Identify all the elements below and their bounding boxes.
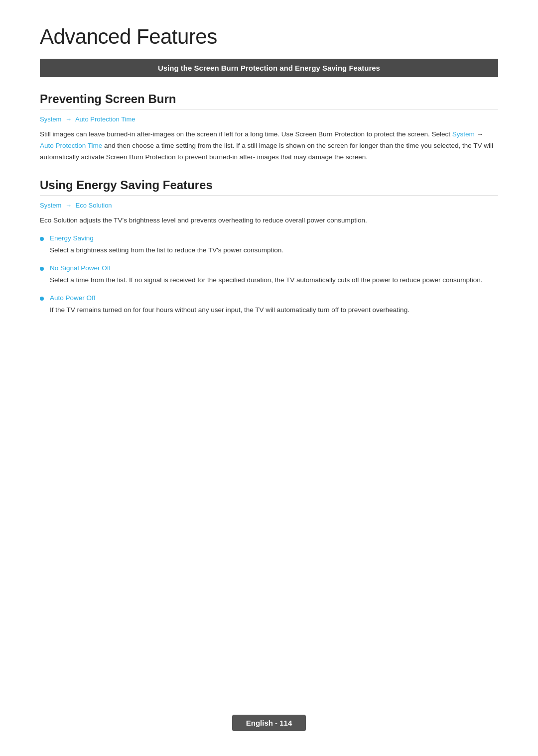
bullet-title-no-signal[interactable]: No Signal Power Off <box>50 264 498 272</box>
bullet-content-1: Energy Saving Select a brightness settin… <box>50 234 498 256</box>
nav-system-link-2[interactable]: System <box>40 202 61 209</box>
body-text-part3: and then choose a time setting from the … <box>40 142 493 161</box>
page-container: Advanced Features Using the Screen Burn … <box>0 0 538 756</box>
list-item: Energy Saving Select a brightness settin… <box>40 234 498 256</box>
section-energy-saving: Using Energy Saving Features System → Ec… <box>40 178 498 316</box>
bullet-content-2: No Signal Power Off Select a time from t… <box>50 264 498 286</box>
bullet-dot-1 <box>40 237 44 241</box>
body-text-part1: Still images can leave burned-in after-i… <box>40 130 452 138</box>
preventing-body-text: Still images can leave burned-in after-i… <box>40 129 498 163</box>
nav-auto-protection-link[interactable]: Auto Protection Time <box>75 115 135 123</box>
list-item: No Signal Power Off Select a time from t… <box>40 264 498 286</box>
bullet-content-3: Auto Power Off If the TV remains turned … <box>50 294 498 316</box>
section-title-preventing-screen-burn: Preventing Screen Burn <box>40 92 498 109</box>
bullet-title-energy-saving[interactable]: Energy Saving <box>50 234 498 242</box>
bullet-desc-energy-saving: Select a brightness setting from the lis… <box>50 245 498 256</box>
page-title: Advanced Features <box>40 25 498 49</box>
nav-path-preventing: System → Auto Protection Time <box>40 115 498 123</box>
nav-eco-solution-link[interactable]: Eco Solution <box>76 202 112 209</box>
section-header: Using the Screen Burn Protection and Ene… <box>40 59 498 77</box>
section-title-energy-saving: Using Energy Saving Features <box>40 178 498 196</box>
bullet-dot-2 <box>40 267 44 271</box>
nav-separator-1: → <box>65 115 72 123</box>
section-preventing-screen-burn: Preventing Screen Burn System → Auto Pro… <box>40 92 498 163</box>
nav-separator-2: → <box>65 202 72 209</box>
page-footer: English - 114 <box>0 715 538 731</box>
energy-bullet-list: Energy Saving Select a brightness settin… <box>40 234 498 316</box>
page-number-badge: English - 114 <box>232 715 306 731</box>
bullet-desc-no-signal: Select a time from the list. If no signa… <box>50 275 498 286</box>
nav-path-energy: System → Eco Solution <box>40 202 498 209</box>
energy-intro-text: Eco Solution adjusts the TV's brightness… <box>40 215 498 226</box>
bullet-title-auto-power-off[interactable]: Auto Power Off <box>50 294 498 302</box>
list-item: Auto Power Off If the TV remains turned … <box>40 294 498 316</box>
body-system-link[interactable]: System <box>452 130 475 138</box>
bullet-desc-auto-power-off: If the TV remains turned on for four hou… <box>50 305 498 316</box>
nav-system-link-1[interactable]: System <box>40 115 61 123</box>
bullet-dot-3 <box>40 297 44 301</box>
body-auto-protection-link[interactable]: Auto Protection Time <box>40 142 102 149</box>
body-text-part2: → <box>475 130 483 138</box>
